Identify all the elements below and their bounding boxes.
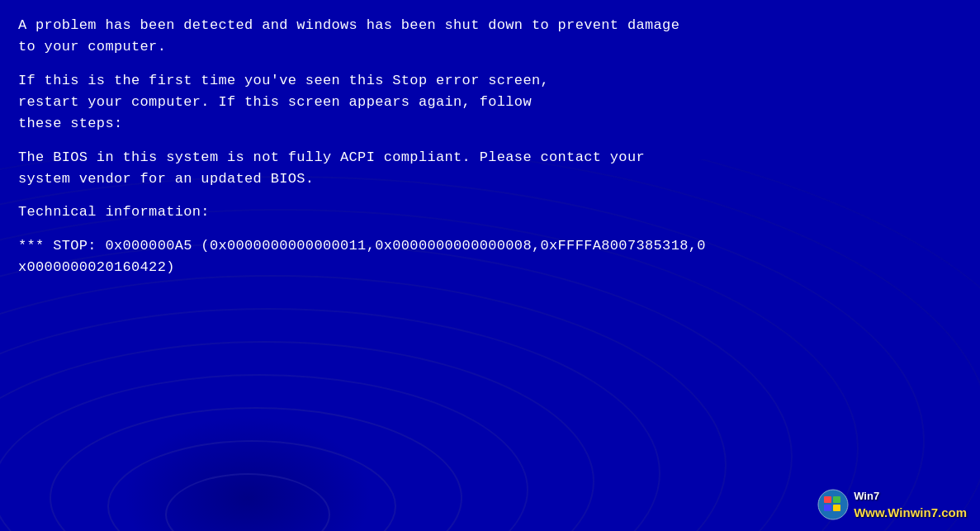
svg-rect-3 bbox=[824, 505, 831, 511]
svg-rect-2 bbox=[833, 496, 840, 503]
bsod-text-area: A problem has been detected and windows … bbox=[0, 0, 980, 293]
watermark-text: Win7 Www.Winwin7.com bbox=[854, 489, 967, 521]
watermark: Win7 Www.Winwin7.com bbox=[817, 489, 967, 521]
first-time-message: If this is the first time you've seen th… bbox=[18, 70, 962, 135]
svg-point-0 bbox=[818, 490, 848, 519]
svg-rect-4 bbox=[833, 505, 840, 511]
bios-message: The BIOS in this system is not fully ACP… bbox=[18, 147, 962, 191]
problem-line1: A problem has been detected and windows … bbox=[18, 15, 962, 59]
bsod-screen: A problem has been detected and windows … bbox=[0, 0, 980, 531]
stop-code: *** STOP: 0x000000A5 (0x0000000000000011… bbox=[18, 235, 962, 279]
windows-logo-icon bbox=[817, 489, 849, 520]
svg-rect-1 bbox=[824, 496, 831, 503]
technical-info-header: Technical information: bbox=[18, 201, 962, 223]
